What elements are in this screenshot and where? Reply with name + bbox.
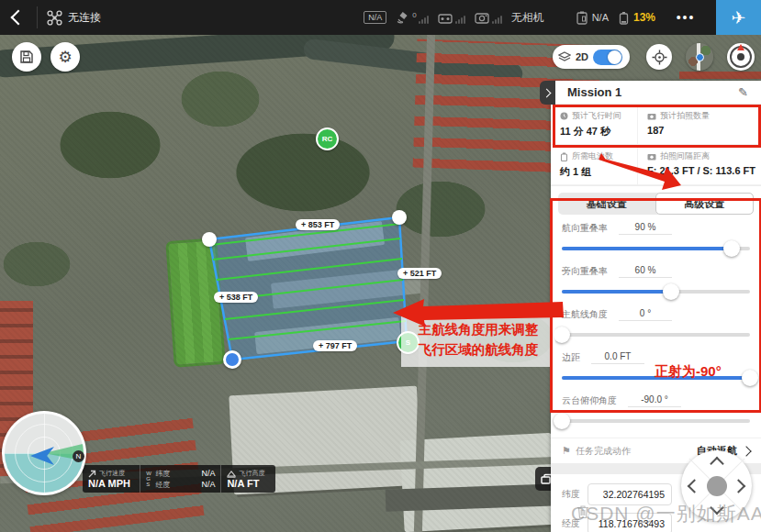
slider-track[interactable]: [562, 327, 750, 343]
slider-route-angle: 主航线角度0 °: [562, 308, 750, 343]
slider-value-field[interactable]: 0.0 FT: [591, 351, 644, 364]
flag-icon: ⚑: [562, 445, 571, 457]
annotation-route-angle-note: 主航线角度用来调整 飞行区域的航线角度: [401, 312, 555, 367]
slider-knob[interactable]: [663, 283, 679, 300]
slider-value-field[interactable]: 60 %: [619, 265, 672, 278]
minimap-button[interactable]: [686, 43, 713, 71]
slider-label: 航向重叠率: [562, 222, 608, 235]
crosshair-icon: [652, 50, 667, 65]
stat-batteries-needed: 所需电池数 约 1 组: [551, 145, 638, 185]
camera-link-icon: [475, 12, 489, 24]
save-icon: [19, 50, 34, 64]
slider-knob[interactable]: [742, 370, 758, 386]
compass-north-badge: N: [73, 450, 84, 462]
chevron-right-icon: [741, 446, 751, 456]
telemetry-lng-value: N/A: [201, 480, 215, 489]
telemetry-lat-label: 纬度: [155, 469, 170, 479]
telemetry-lng-label: 经度: [155, 480, 170, 490]
telemetry-lat-value: N/A: [201, 469, 215, 478]
spacing-camera-icon: [647, 153, 656, 161]
slider-value-field[interactable]: -90.0 °: [628, 394, 681, 407]
nudge-up-button[interactable]: [710, 457, 724, 471]
altitude-icon: [227, 470, 236, 478]
slider-label: 主航线角度: [562, 308, 608, 321]
save-mission-button[interactable]: [12, 42, 41, 72]
connection-status: 无连接: [68, 10, 101, 26]
locate-me-button[interactable]: [646, 44, 672, 70]
slider-gimbal-pitch: 云台俯仰角度-90.0 °: [562, 394, 750, 429]
panel-collapse-button[interactable]: [540, 81, 555, 105]
map-mode-pill: 2D: [553, 45, 630, 69]
flight-mode-badge: N/A: [364, 11, 386, 24]
mission-stats: 预计飞行时间 11 分 47 秒 预计拍照数量 187 所需电池数 约 1 组: [551, 105, 761, 186]
edge-length-label: + 538 FT: [214, 292, 258, 303]
slider-side-overlap: 旁向重叠率60 %: [562, 265, 750, 300]
takeoff-button[interactable]: ✈: [716, 0, 761, 35]
photo-count-icon: [647, 113, 656, 120]
slider-heading-overlap: 航向重叠率90 %: [562, 222, 750, 257]
camera-signal-bars: [492, 15, 502, 24]
chevron-right-icon: [543, 88, 552, 97]
edge-length-label: + 853 FT: [296, 219, 340, 230]
settings-tabs: 基础设置 高级设置: [558, 193, 754, 215]
nudge-center-button[interactable]: [707, 476, 727, 496]
drone-icon: [47, 10, 62, 26]
tab-basic-settings[interactable]: 基础设置: [558, 193, 655, 215]
slider-track[interactable]: [562, 240, 750, 257]
telemetry-bar: 飞行速度 N/A MPH WGS 纬度N/A 经度N/A 飞行高度 N/A FT: [83, 465, 275, 493]
map-2d-toggle[interactable]: [593, 50, 622, 65]
polygon-corner-handle[interactable]: [392, 210, 407, 225]
rc-signal-bars: [455, 15, 465, 24]
polygon-corner-handle[interactable]: [202, 232, 217, 247]
compass-center-dot: [737, 53, 744, 61]
polygon-corner-handle-selected[interactable]: [223, 350, 241, 369]
edit-mission-icon[interactable]: ✎: [738, 85, 748, 99]
latitude-label: 纬度: [562, 488, 588, 501]
settings-button[interactable]: ⚙: [50, 42, 80, 72]
slider-track[interactable]: [562, 413, 750, 429]
altitude-label: 飞行高度: [239, 469, 264, 478]
slider-label: 云台俯仰角度: [562, 394, 617, 407]
slider-value-field[interactable]: 90 %: [619, 222, 672, 235]
top-status-bar: 无连接 N/A 0: [0, 0, 761, 35]
minimap-location-dot: [696, 53, 704, 61]
edge-length-label: + 521 FT: [397, 268, 442, 279]
watermark: CSDN @一别如斯AA: [571, 501, 761, 526]
edge-length-label: + 797 FT: [313, 340, 357, 351]
nudge-left-button[interactable]: [688, 479, 702, 493]
slider-knob[interactable]: [723, 240, 740, 257]
annotation-gimbal-note: 正射为-90°: [655, 363, 722, 381]
compass-reset-button[interactable]: [727, 43, 755, 71]
more-menu-button[interactable]: •••: [665, 0, 707, 35]
slider-label: 旁向重叠率: [562, 265, 608, 278]
slider-value-field[interactable]: 0 °: [619, 308, 672, 321]
speed-value: N/A MPH: [88, 478, 134, 489]
gps-signal-bars: [419, 15, 429, 24]
advanced-settings-sliders: 航向重叠率90 % 旁向重叠率60 % 主航线角度0 ° 边距0.0 FT 云台…: [551, 220, 761, 429]
speed-arrow-icon: [88, 470, 96, 478]
back-icon: [11, 10, 27, 26]
coord-system-label: WGS: [146, 471, 152, 487]
layers-icon: [558, 51, 571, 62]
back-button[interactable]: [0, 0, 37, 35]
battery-count-icon: [560, 152, 568, 161]
stat-photo-count: 预计拍照数量 187: [638, 105, 761, 145]
gps-count: 0: [412, 11, 416, 19]
slider-knob[interactable]: [554, 327, 570, 343]
airplane-icon: ✈: [732, 7, 746, 28]
slider-knob[interactable]: [554, 413, 570, 429]
battery-icon: [618, 11, 630, 25]
rc-battery-icon: [576, 11, 588, 25]
rc-battery-value: N/A: [592, 12, 609, 23]
nudge-right-button[interactable]: [732, 479, 746, 493]
tab-advanced-settings[interactable]: 高级设置: [655, 193, 755, 215]
rc-location-marker: RC: [316, 127, 339, 150]
altitude-value: N/A FT: [227, 478, 270, 489]
finish-action-label: 任务完成动作: [576, 445, 631, 458]
mission-title: Mission 1: [567, 85, 621, 99]
slider-label: 边距: [562, 351, 580, 364]
remote-controller-icon: [438, 12, 453, 24]
compass-north-needle: [737, 44, 744, 50]
app-window: + 853 FT + 521 FT + 538 FT + 797 FT S RC…: [0, 0, 761, 532]
slider-track[interactable]: [562, 283, 750, 300]
